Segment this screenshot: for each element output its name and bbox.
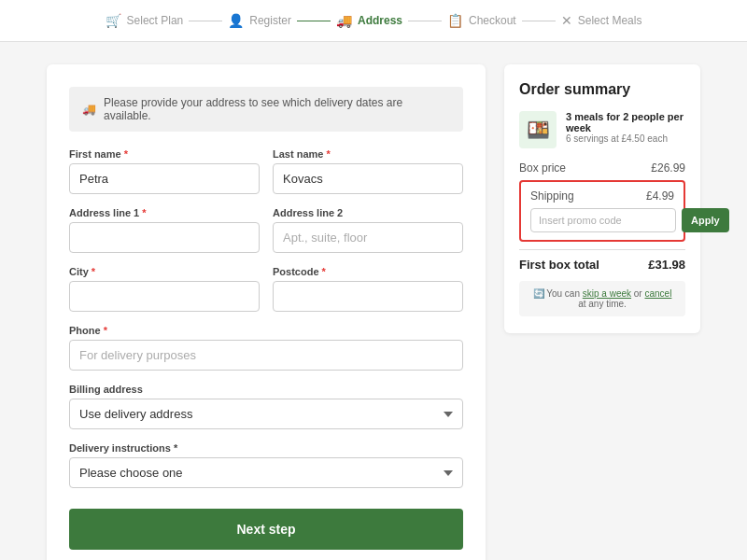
address1-input[interactable] (69, 222, 260, 253)
nav-step-checkout-label: Checkout (469, 14, 516, 27)
register-icon: 👤 (228, 13, 244, 28)
phone-label: Phone * (69, 325, 463, 336)
phone-group: Phone * (69, 325, 463, 371)
address2-input[interactable] (273, 222, 463, 253)
last-name-group: Last name * (273, 148, 463, 194)
delivery-instructions-section: Delivery instructions * Please choose on… (69, 442, 463, 488)
product-title: 3 meals for 2 people per week (566, 111, 685, 133)
phone-row: Phone * (69, 325, 463, 371)
shipping-value: £4.99 (646, 189, 674, 203)
last-name-label: Last name * (273, 148, 463, 160)
nav-sep-1 (189, 21, 222, 21)
order-summary-title: Order summary (519, 81, 685, 98)
skip-week-link[interactable]: skip a week (583, 288, 631, 299)
form-hint: 🚚 Please provide your address to see whi… (69, 87, 463, 132)
promo-row: Apply (530, 208, 674, 232)
nav-sep-3 (408, 21, 442, 21)
nav-step-register[interactable]: 👤 Register (228, 13, 291, 28)
address-row: Address line 1 * Address line 2 (69, 207, 463, 253)
address1-label: Address line 1 * (69, 207, 260, 218)
postcode-input[interactable] (273, 281, 463, 312)
total-label: First box total (519, 258, 599, 272)
product-emoji: 🍱 (527, 119, 550, 141)
city-input[interactable] (69, 281, 260, 312)
nav-step-select-meals-label: Select Meals (578, 14, 642, 27)
total-value: £31.98 (648, 258, 685, 272)
nav-sep-4 (522, 21, 556, 21)
checkout-icon: 📋 (447, 13, 463, 28)
address2-label: Address line 2 (273, 207, 463, 218)
nav-step-address-label: Address (358, 14, 402, 27)
box-price-value: £26.99 (651, 161, 685, 175)
nav-sep-2 (297, 21, 331, 21)
first-name-label: First name * (69, 148, 260, 160)
product-image: 🍱 (519, 111, 557, 148)
address2-group: Address line 2 (273, 207, 463, 253)
select-meals-icon: ✕ (561, 13, 572, 28)
skip-refresh-icon: 🔄 (533, 288, 547, 299)
product-info: 3 meals for 2 people per week 6 servings… (566, 111, 685, 144)
nav-step-select-meals[interactable]: ✕ Select Meals (561, 13, 642, 28)
name-row: First name * Last name * (69, 148, 463, 194)
billing-label: Billing address (69, 384, 463, 395)
delivery-instr-select[interactable]: Please choose one (69, 457, 463, 488)
skip-note: 🔄 You can skip a week or cancel at any t… (519, 281, 685, 316)
nav-step-address[interactable]: 🚚 Address (336, 13, 402, 28)
nav-step-checkout[interactable]: 📋 Checkout (447, 13, 516, 28)
city-group: City * (69, 266, 260, 312)
last-name-input[interactable] (273, 163, 463, 194)
next-step-button[interactable]: Next step (69, 509, 463, 550)
delivery-instr-label: Delivery instructions * (69, 442, 463, 454)
nav-step-register-label: Register (249, 14, 291, 27)
top-nav: 🛒 Select Plan 👤 Register 🚚 Address 📋 Che… (0, 0, 747, 42)
form-panel: 🚚 Please provide your address to see whi… (47, 64, 486, 560)
city-postcode-row: City * Postcode * (69, 266, 463, 312)
nav-step-select-plan[interactable]: 🛒 Select Plan (106, 13, 184, 28)
postcode-group: Postcode * (273, 266, 463, 312)
first-name-input[interactable] (69, 163, 260, 194)
promo-code-input[interactable] (530, 208, 676, 232)
main-content: 🚚 Please provide your address to see whi… (0, 42, 747, 560)
box-price-row: Box price £26.99 (519, 161, 685, 175)
delivery-hint-icon: 🚚 (82, 103, 96, 116)
hint-text: Please provide your address to see which… (104, 96, 450, 122)
city-label: City * (69, 266, 260, 277)
postcode-label: Postcode * (273, 266, 463, 277)
phone-input[interactable] (69, 340, 463, 371)
product-row: 🍱 3 meals for 2 people per week 6 servin… (519, 111, 685, 148)
first-name-group: First name * (69, 148, 260, 194)
select-plan-icon: 🛒 (106, 13, 121, 28)
shipping-row: Shipping £4.99 (530, 189, 674, 203)
apply-promo-button[interactable]: Apply (682, 208, 729, 232)
address-icon: 🚚 (336, 13, 352, 28)
cancel-link[interactable]: cancel (644, 288, 671, 299)
address1-group: Address line 1 * (69, 207, 260, 253)
shipping-highlight: Shipping £4.99 Apply (519, 180, 685, 242)
billing-section: Billing address Use delivery address (69, 384, 463, 429)
billing-select[interactable]: Use delivery address (69, 399, 463, 429)
shipping-label: Shipping (530, 189, 574, 203)
nav-step-select-plan-label: Select Plan (127, 14, 184, 27)
skip-note-prefix: You can (546, 288, 583, 299)
box-price-label: Box price (519, 161, 566, 175)
skip-note-mid: or (634, 288, 645, 299)
product-sub: 6 servings at £4.50 each (566, 133, 685, 144)
total-row: First box total £31.98 (519, 249, 685, 272)
order-summary-panel: Order summary 🍱 3 meals for 2 people per… (504, 64, 700, 333)
skip-note-suffix: at any time. (578, 299, 627, 309)
